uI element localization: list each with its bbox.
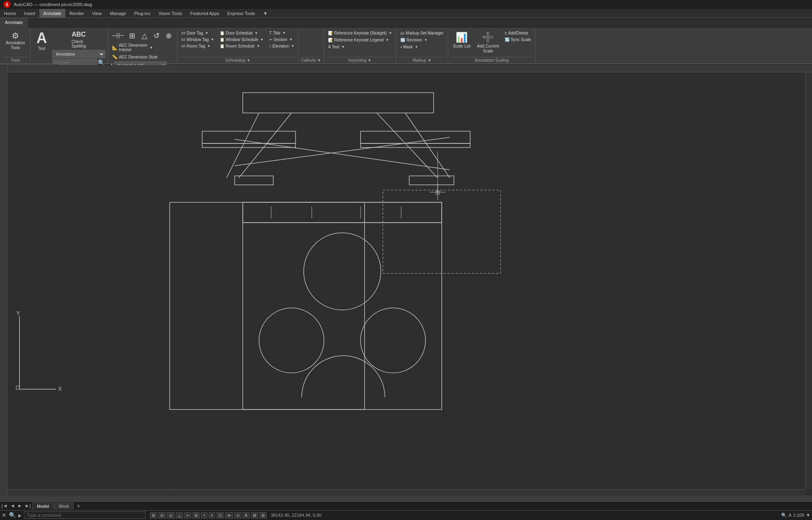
text-style-select[interactable]: Annotative <box>52 50 105 58</box>
menu-express-tools[interactable]: Express Tools <box>223 9 259 17</box>
menu-manage[interactable]: Manage <box>106 9 130 17</box>
revision-button[interactable]: 🔄 Revision ▼ <box>399 37 429 43</box>
command-input[interactable] <box>24 511 146 519</box>
section-button[interactable]: ✂ Section ▼ <box>268 37 296 43</box>
door-tag-button[interactable]: 🏷 Door Tag ▼ <box>180 30 216 36</box>
status-qp[interactable]: ≫ <box>225 512 233 518</box>
scroll-right[interactable] <box>806 72 812 489</box>
status-sc[interactable]: ⊙ <box>234 512 242 518</box>
add-delete-icon: ± <box>505 31 507 35</box>
aec-dimension-interior-button[interactable]: 📐 AEC DimensionInterior ▼ <box>110 42 175 53</box>
text-label: Text <box>38 46 45 51</box>
dim-icon-1[interactable]: ⊣⊢ <box>110 30 126 41</box>
scale-list-button[interactable]: 📊 Scale List <box>451 30 473 50</box>
title-bar: A AutoCAD — condiment picnic2000.dwg <box>0 0 812 9</box>
tab-nav-prev-prev[interactable]: |◄ <box>1 503 9 509</box>
tab-nav-next-next[interactable]: ►| <box>24 503 32 509</box>
revision-icon: 🔄 <box>400 38 405 42</box>
room-schedule-arrow: ▼ <box>257 44 260 48</box>
status-am[interactable]: A <box>243 512 250 518</box>
model-tab[interactable]: Model <box>32 503 54 509</box>
menu-home[interactable]: Home <box>0 9 20 17</box>
sync-scale-button[interactable]: 🔃 Sync Scale <box>503 37 533 43</box>
markup-set-manager-button[interactable]: 🗂 Markup Set Manager <box>399 30 445 36</box>
title-label: Title <box>273 31 281 35</box>
ribbon-tabs: Annotate <box>0 18 812 28</box>
cmd-search-button[interactable]: 🔍 <box>9 512 16 518</box>
text-a-icon: A <box>37 31 47 46</box>
menu-vision-tools[interactable]: Vision Tools <box>154 9 186 17</box>
callouts-group-label: Callouts ▼ <box>301 57 321 63</box>
dim-icon-2[interactable]: ⊞ <box>127 30 138 41</box>
annotation-tools-buttons: ⚙ AnnotationTools <box>3 29 28 57</box>
dim-icon-5[interactable]: ⊕ <box>163 30 175 41</box>
add-layout-button[interactable]: + <box>74 503 82 509</box>
ribbon-tab-annotate[interactable]: Annotate <box>0 18 28 28</box>
menu-insert[interactable]: Insert <box>20 9 39 17</box>
aec-dimension-style-button[interactable]: 📏 AEC Dimension Style <box>110 54 160 61</box>
reference-keynote-straight-button[interactable]: 📝 Reference Keynote (Straight) ▼ <box>326 30 393 36</box>
menu-view[interactable]: View <box>88 9 106 17</box>
ruler-top <box>7 65 812 72</box>
title-button[interactable]: T Title ▼ <box>268 30 296 36</box>
door-schedule-arrow: ▼ <box>255 31 258 35</box>
status-ducs[interactable]: ⊞ <box>192 512 200 518</box>
menu-plugins[interactable]: Plug-ins <box>130 9 154 17</box>
status-dyn[interactable]: + <box>201 512 207 518</box>
ref-keynote-legend-icon: 📝 <box>328 38 333 42</box>
add-delete-button[interactable]: ± Add/Delete <box>503 30 533 36</box>
status-osnap[interactable]: △ <box>176 512 183 518</box>
menu-more[interactable]: ▼ <box>259 9 272 17</box>
scroll-bottom[interactable] <box>7 489 806 496</box>
section-label: Section <box>274 37 287 42</box>
status-lw[interactable]: ≡ <box>209 512 215 518</box>
annotation-tools-button[interactable]: ⚙ AnnotationTools <box>3 30 28 52</box>
menu-annotate[interactable]: Annotate <box>39 9 65 17</box>
keynoting-buttons: 📝 Reference Keynote (Straight) ▼ 📝 Refer… <box>326 29 393 57</box>
cmd-close-button[interactable]: ✕ <box>2 512 6 518</box>
status-polar[interactable]: ◎ <box>167 512 175 518</box>
room-schedule-label: Room Schedule <box>226 44 255 48</box>
dim-icon-1-svg: ⊣⊢ <box>112 31 125 40</box>
window-tag-button[interactable]: 🏷 Window Tag ▼ <box>180 37 216 43</box>
mask-icon: ▪ <box>400 45 402 49</box>
drawing-canvas[interactable]: X Y <box>7 72 812 496</box>
aec-dim-label: AEC DimensionInterior <box>119 43 148 52</box>
status-tp[interactable]: ⊡ <box>216 512 224 518</box>
status-ortho[interactable]: ⊟ <box>158 512 166 518</box>
scheduling-col-2: 📋 Door Schedule ▼ 📋 Window Schedule ▼ 📋 … <box>218 30 265 49</box>
tab-nav-next[interactable]: ► <box>17 503 23 509</box>
door-schedule-label: Door Schedule <box>226 31 253 35</box>
menu-featured-apps[interactable]: Featured Apps <box>186 9 223 17</box>
keynote-text-button[interactable]: A Text ▼ <box>326 44 346 50</box>
dim-icon-4[interactable]: ↺ <box>151 30 162 41</box>
status-snap[interactable]: ⊞ <box>150 512 157 518</box>
text-button[interactable]: A Text <box>33 30 51 52</box>
scale-icon: 🔍 <box>781 513 787 518</box>
menu-render[interactable]: Render <box>65 9 88 17</box>
elevation-button[interactable]: ↕ Elevation ▼ <box>268 43 296 49</box>
scale-chevron: ▼ <box>806 513 810 518</box>
status-gizmo[interactable]: ⊞ <box>259 512 267 518</box>
dim-icon-3[interactable]: △ <box>139 30 150 41</box>
scale-value: 1:100 <box>793 513 805 518</box>
mask-button[interactable]: ▪ Mask ▼ <box>399 44 419 50</box>
tab-nav-prev[interactable]: ◄ <box>9 503 16 509</box>
room-tag-button[interactable]: 🏷 Room Tag ▼ <box>180 43 216 49</box>
add-current-scale-button[interactable]: ➕ Add CurrentScale <box>475 30 501 55</box>
status-otrack[interactable]: ∞ <box>184 512 191 518</box>
room-schedule-button[interactable]: 📋 Room Schedule ▼ <box>218 43 265 49</box>
window-tag-arrow: ▼ <box>211 38 214 41</box>
dim-icon-5-svg: ⊕ <box>166 31 172 40</box>
status-sel[interactable]: ⊠ <box>251 512 258 518</box>
door-schedule-button[interactable]: 📋 Door Schedule ▼ <box>218 30 265 36</box>
cmd-arrow-button[interactable]: ▸ <box>18 511 22 519</box>
scale-list-icon: 📊 <box>456 32 468 43</box>
ref-keynote-legend-label: Reference Keynote Legend <box>334 38 384 42</box>
reference-keynote-legend-button[interactable]: 📝 Reference Keynote Legend ▼ <box>326 37 391 43</box>
annotation-tools-icon: ⚙ <box>12 32 19 40</box>
work-tab[interactable]: Work <box>54 503 73 509</box>
check-spelling-button[interactable]: ABC CheckSpelling <box>52 30 105 49</box>
window-schedule-button[interactable]: 📋 Window Schedule ▼ <box>218 37 265 43</box>
title-text: AutoCAD — condiment picnic2000.dwg <box>14 2 92 7</box>
